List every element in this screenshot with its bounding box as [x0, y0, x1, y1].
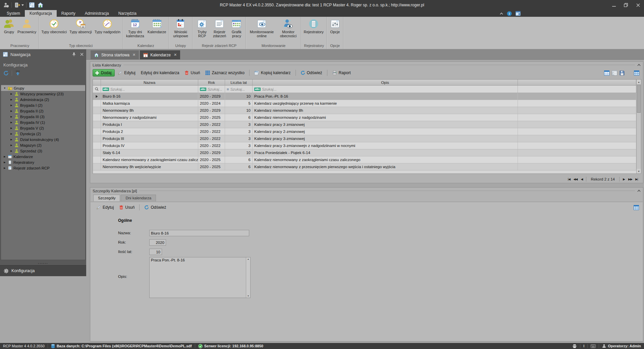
details-odswiez-button[interactable]: Odśwież — [142, 204, 168, 211]
expander-closed-icon[interactable]: ▶ — [3, 167, 6, 169]
card-view-icon[interactable] — [612, 70, 617, 76]
expander-closed-icon[interactable]: ▶ — [10, 110, 13, 112]
ribbon-button-typy-obecnosci[interactable]: Typy obecności — [40, 18, 68, 34]
refresh-tree-icon[interactable] — [3, 70, 9, 76]
close-tab-icon[interactable]: ✕ — [132, 53, 136, 57]
edytuj-dni-kalendarza-button[interactable]: Edytuj dni kalendarza — [139, 69, 182, 77]
expander-closed-icon[interactable]: ▶ — [10, 121, 13, 124]
home-icon[interactable] — [37, 2, 44, 8]
next-page-button[interactable]: ▶▶ — [627, 178, 633, 181]
ribbon-button-rejestr-zdarzen[interactable]: Rejestr zdarzeń — [210, 18, 228, 38]
tab-administracja[interactable]: Administracja — [80, 10, 114, 17]
expander-closed-icon[interactable]: ▶ — [10, 138, 13, 141]
minimize-button[interactable] — [608, 0, 620, 10]
tab-szczegoly[interactable]: Szczegóły — [93, 195, 120, 201]
keyboard-indicator-icon[interactable] — [588, 343, 599, 349]
header-opis[interactable]: Opis — [253, 80, 518, 85]
ribbon-button-typy-dni-kalendarza[interactable]: 12 Typy dni kalendarza — [124, 18, 146, 38]
filter-rok[interactable]: aBcSzukaj... — [198, 86, 225, 93]
search-icon[interactable] — [93, 86, 101, 93]
odswiez-button[interactable]: Odśwież — [298, 69, 325, 77]
kopiuj-kalendarz-button[interactable]: Kopiuj kalendarz — [252, 69, 293, 77]
last-record-button[interactable]: ▶| — [634, 178, 640, 181]
table-row[interactable]: Produkcja III 2020 - 2022 3 Kalendarz pr… — [93, 135, 636, 142]
first-record-button[interactable]: |◀ — [566, 178, 572, 181]
tab-narzedzia[interactable]: Narzędzia — [114, 10, 141, 17]
pin-icon[interactable] — [72, 52, 76, 56]
doc-tab-kalendarze[interactable]: 1 Kalendarze ✕ — [140, 50, 180, 59]
table-row[interactable]: Produkcja 2 2020 - 2022 3 Kalendarz prac… — [93, 128, 636, 135]
prev-record-button[interactable]: ◀ — [579, 178, 585, 181]
tree-item-grupy[interactable]: ▼ Grupy — [1, 85, 85, 91]
close-button[interactable] — [632, 0, 644, 10]
rok-field[interactable] — [149, 239, 166, 246]
usun-button[interactable]: Usuń — [182, 69, 202, 77]
nazwa-field[interactable] — [149, 230, 249, 236]
table-row[interactable]: Biuro 8-16 2020 - 2029 10 Praca Pon.-Pt.… — [93, 93, 636, 100]
table-vertical-scrollbar[interactable]: ▲ ▼ — [636, 80, 641, 173]
ribbon-button-kalendarze[interactable]: Kalendarze — [146, 18, 168, 34]
ribbon-button-rejestratory[interactable]: Rejestratory — [302, 18, 325, 34]
tree-item-brygada-2[interactable]: ▶Brygada II (2) — [1, 108, 85, 114]
tree-item-brygada-5[interactable]: ▶Brygada V (2) — [1, 125, 85, 131]
close-panel-icon[interactable] — [80, 53, 84, 56]
scroll-down-icon[interactable]: ▼ — [637, 169, 641, 173]
ribbon-button-grafik-pracy[interactable]: Grafik pracy — [228, 18, 245, 38]
expander-closed-icon[interactable]: ▶ — [10, 93, 13, 95]
tree-item-magazyn[interactable]: ▶Magazyn (2) — [1, 142, 85, 148]
tree-item-brygada-4[interactable]: ▶Brygada IV (1) — [1, 119, 85, 125]
tree-item-wszyscy-pracownicy[interactable]: ▶Wszyscy pracownicy (23) — [1, 91, 85, 97]
navigation-list-icon[interactable] — [29, 2, 35, 8]
column-chooser-icon[interactable] — [634, 205, 639, 210]
details-usun-button[interactable]: Usuń — [117, 204, 137, 211]
ribbon-button-monitorowanie-online[interactable]: Monitorowanie online — [247, 18, 276, 38]
grid-view-icon[interactable] — [604, 70, 609, 76]
tree-item-sprzedaz[interactable]: ▶Sprzedaż (3) — [1, 148, 85, 154]
expander-open-icon[interactable]: ▼ — [3, 87, 6, 89]
expander-closed-icon[interactable]: ▶ — [10, 144, 13, 147]
table-row[interactable]: Produkcja IV 2020 - 2022 3 Kalendarz pra… — [93, 142, 636, 149]
details-edytuj-button[interactable]: Edytuj — [94, 204, 116, 211]
scroll-up-icon[interactable]: ▲ — [637, 80, 641, 84]
tree-item-dyrekcja[interactable]: ▶Dyrekcja (2) — [1, 131, 85, 137]
table-row[interactable]: Produkcja I 2020 - 2022 3 Kalendarz prac… — [93, 121, 636, 128]
filter-nazwa[interactable]: aBcSzukaj... — [101, 86, 198, 93]
logout-icon[interactable] — [14, 2, 24, 8]
prev-page-button[interactable]: ◀◀ — [572, 178, 578, 181]
tab-konfiguracja[interactable]: Konfiguracja — [25, 10, 57, 17]
table-row[interactable]: Kalendarz nienormowany z zaokrągleniami … — [93, 156, 636, 163]
tree-item-rejestratory[interactable]: ▶Rejestratory — [1, 159, 85, 165]
table-row[interactable]: Nienormowany 8h wejście/wyjście 2020 - 2… — [93, 163, 636, 170]
ribbon-button-monitor-obecnosci[interactable]: Monitor obecności — [276, 18, 300, 38]
ilosc-lat-field[interactable] — [149, 249, 162, 255]
expander-closed-icon[interactable]: ▶ — [10, 127, 13, 130]
ribbon-button-opcje[interactable]: Opcje — [328, 18, 342, 34]
expander-closed-icon[interactable]: ▶ — [3, 161, 6, 164]
doc-tab-strona-startowa[interactable]: Strona startowa ✕ — [91, 50, 139, 59]
column-chooser-icon[interactable] — [634, 70, 639, 76]
expander-closed-icon[interactable]: ▶ — [10, 150, 13, 152]
tree-item-kalendarze[interactable]: ▶Kalendarze — [1, 154, 85, 159]
filter-liczba-lat[interactable]: =Szukaj... — [225, 86, 253, 93]
textarea-scrollbar[interactable]: ▲▼ — [246, 257, 250, 298]
table-row[interactable]: Nienormowany 8h 2020 - 2029 10 Kalendarz… — [93, 107, 636, 114]
ribbon-button-typy-absencji[interactable]: 12 Typy absencji — [68, 18, 93, 34]
header-liczba-lat[interactable]: Liczba lat — [225, 80, 253, 85]
expander-closed-icon[interactable]: ▶ — [10, 104, 13, 107]
ribbon-button-typy-nadgodzin[interactable]: Typy nadgodzin — [93, 18, 122, 34]
tree-item-brygada-3[interactable]: ▶Brygada III (3) — [1, 114, 85, 119]
tab-dni-kalendarza[interactable]: Dni kalendarza — [121, 195, 156, 201]
info-icon[interactable]: i — [507, 11, 512, 16]
tab-raporty[interactable]: Raporty — [57, 10, 80, 17]
edytuj-button[interactable]: Edytuj — [115, 69, 138, 77]
expander-closed-icon[interactable]: ▶ — [10, 133, 13, 135]
zaznacz-wszystko-button[interactable]: Zaznacz wszystko — [203, 69, 247, 77]
tab-system[interactable]: System — [2, 10, 25, 17]
collapse-all-icon[interactable] — [15, 70, 20, 76]
dodaj-button[interactable]: Dodaj — [93, 69, 115, 77]
filter-opis[interactable]: aBcSzukaj... — [253, 86, 518, 93]
opis-field[interactable]: Praca Pon.-Pt. 8-16 — [150, 257, 246, 298]
header-nazwa[interactable]: Nazwa — [101, 80, 198, 85]
print-status-icon[interactable] — [569, 343, 580, 349]
tree-item-administracja[interactable]: ▶Administracja (2) — [1, 97, 85, 102]
